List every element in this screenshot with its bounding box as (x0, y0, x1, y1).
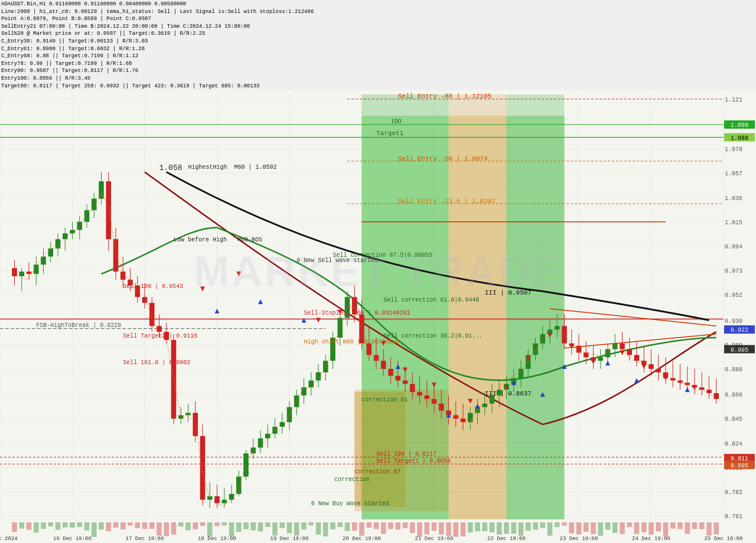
info-line-5: Sell%20 @ Market price or at: 0.9507 || … (1, 30, 755, 38)
info-bar: ADAUSDT.Bin,H1 0.91160000 0.91160000 0.9… (0, 0, 756, 90)
chart-container: MARKET TRADE ADAUSDT.Bin,H1 0.91160000 0… (0, 0, 756, 543)
info-line-1: ADAUSDT.Bin,H1 0.91160000 0.91160000 0.9… (1, 1, 755, 8)
info-line-9: Entry78: 0.99 || Target:0.7199 | R/R:1.6… (1, 60, 755, 68)
info-line-3: Point A:0.8979, Point B:0.8589 | Point C… (1, 15, 755, 23)
info-line-2: Line:2908 | h1_atr_c0: 0.00129 | tema_h1… (1, 8, 755, 16)
info-line-10: Entry90: 0.9507 || Target:0.8117 | R/R:1… (1, 67, 755, 75)
info-line-7: C_Entry61: 0.8900 || Target:0.6032 | R/R… (1, 45, 755, 53)
info-line-6: C_Entry38: 0.9140 || Target:0.00133 | R/… (1, 38, 755, 45)
info-line-12: Target80: 0.8117 | Target 258: 0.6032 ||… (1, 83, 755, 90)
info-line-11: Entry100: 0.8056 || R/R:3.45 (1, 75, 755, 83)
info-line-4: SellEntry21 07:00:00 | Time B:2024.12.22… (1, 23, 755, 31)
info-line-8: C_Entry68: 0.88 || Target:0.7199 | R/R:1… (1, 53, 755, 60)
